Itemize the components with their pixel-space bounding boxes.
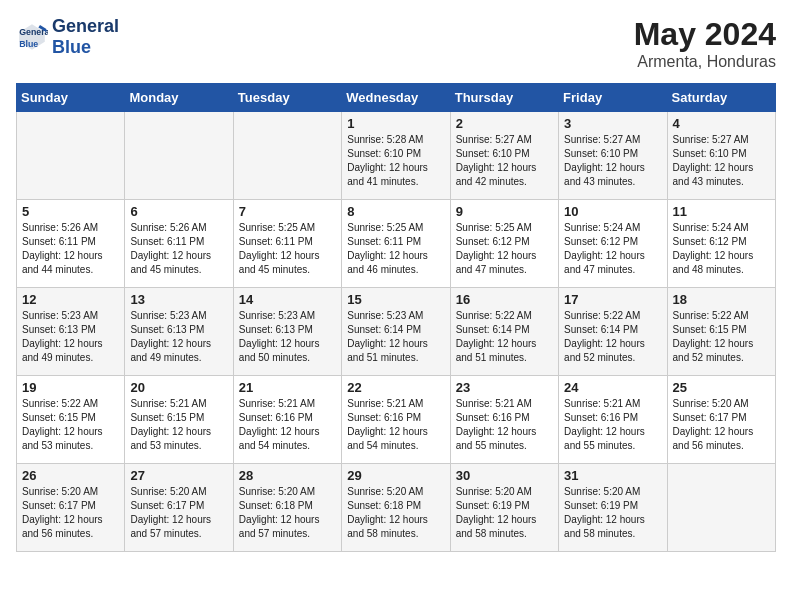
calendar-cell: 8Sunrise: 5:25 AM Sunset: 6:11 PM Daylig… — [342, 200, 450, 288]
calendar-cell: 31Sunrise: 5:20 AM Sunset: 6:19 PM Dayli… — [559, 464, 667, 552]
cell-content: Sunrise: 5:28 AM Sunset: 6:10 PM Dayligh… — [347, 133, 444, 189]
calendar-cell: 23Sunrise: 5:21 AM Sunset: 6:16 PM Dayli… — [450, 376, 558, 464]
day-number: 12 — [22, 292, 119, 307]
calendar-week-2: 5Sunrise: 5:26 AM Sunset: 6:11 PM Daylig… — [17, 200, 776, 288]
cell-content: Sunrise: 5:24 AM Sunset: 6:12 PM Dayligh… — [564, 221, 661, 277]
day-number: 3 — [564, 116, 661, 131]
page-header: General Blue General Blue May 2024 Armen… — [16, 16, 776, 71]
day-number: 10 — [564, 204, 661, 219]
day-number: 22 — [347, 380, 444, 395]
cell-content: Sunrise: 5:26 AM Sunset: 6:11 PM Dayligh… — [130, 221, 227, 277]
calendar-week-3: 12Sunrise: 5:23 AM Sunset: 6:13 PM Dayli… — [17, 288, 776, 376]
cell-content: Sunrise: 5:23 AM Sunset: 6:13 PM Dayligh… — [130, 309, 227, 365]
calendar-cell — [667, 464, 775, 552]
cell-content: Sunrise: 5:25 AM Sunset: 6:11 PM Dayligh… — [347, 221, 444, 277]
month-year-title: May 2024 — [634, 16, 776, 53]
calendar-cell: 18Sunrise: 5:22 AM Sunset: 6:15 PM Dayli… — [667, 288, 775, 376]
calendar-cell: 12Sunrise: 5:23 AM Sunset: 6:13 PM Dayli… — [17, 288, 125, 376]
weekday-header-wednesday: Wednesday — [342, 84, 450, 112]
logo-blue: Blue — [52, 37, 119, 58]
weekday-header-sunday: Sunday — [17, 84, 125, 112]
calendar-cell: 5Sunrise: 5:26 AM Sunset: 6:11 PM Daylig… — [17, 200, 125, 288]
cell-content: Sunrise: 5:20 AM Sunset: 6:17 PM Dayligh… — [22, 485, 119, 541]
cell-content: Sunrise: 5:22 AM Sunset: 6:15 PM Dayligh… — [673, 309, 770, 365]
calendar-cell: 19Sunrise: 5:22 AM Sunset: 6:15 PM Dayli… — [17, 376, 125, 464]
cell-content: Sunrise: 5:25 AM Sunset: 6:12 PM Dayligh… — [456, 221, 553, 277]
cell-content: Sunrise: 5:20 AM Sunset: 6:17 PM Dayligh… — [673, 397, 770, 453]
cell-content: Sunrise: 5:20 AM Sunset: 6:19 PM Dayligh… — [456, 485, 553, 541]
calendar-cell: 25Sunrise: 5:20 AM Sunset: 6:17 PM Dayli… — [667, 376, 775, 464]
weekday-row: SundayMondayTuesdayWednesdayThursdayFrid… — [17, 84, 776, 112]
calendar-cell — [233, 112, 341, 200]
calendar-cell: 15Sunrise: 5:23 AM Sunset: 6:14 PM Dayli… — [342, 288, 450, 376]
svg-text:Blue: Blue — [19, 38, 38, 48]
day-number: 7 — [239, 204, 336, 219]
calendar-cell: 21Sunrise: 5:21 AM Sunset: 6:16 PM Dayli… — [233, 376, 341, 464]
day-number: 26 — [22, 468, 119, 483]
day-number: 14 — [239, 292, 336, 307]
day-number: 24 — [564, 380, 661, 395]
day-number: 28 — [239, 468, 336, 483]
calendar-week-5: 26Sunrise: 5:20 AM Sunset: 6:17 PM Dayli… — [17, 464, 776, 552]
calendar-header: SundayMondayTuesdayWednesdayThursdayFrid… — [17, 84, 776, 112]
calendar-week-4: 19Sunrise: 5:22 AM Sunset: 6:15 PM Dayli… — [17, 376, 776, 464]
day-number: 15 — [347, 292, 444, 307]
day-number: 21 — [239, 380, 336, 395]
day-number: 18 — [673, 292, 770, 307]
calendar-cell: 16Sunrise: 5:22 AM Sunset: 6:14 PM Dayli… — [450, 288, 558, 376]
calendar-cell: 9Sunrise: 5:25 AM Sunset: 6:12 PM Daylig… — [450, 200, 558, 288]
day-number: 13 — [130, 292, 227, 307]
cell-content: Sunrise: 5:21 AM Sunset: 6:16 PM Dayligh… — [456, 397, 553, 453]
calendar-cell: 17Sunrise: 5:22 AM Sunset: 6:14 PM Dayli… — [559, 288, 667, 376]
day-number: 11 — [673, 204, 770, 219]
cell-content: Sunrise: 5:20 AM Sunset: 6:19 PM Dayligh… — [564, 485, 661, 541]
day-number: 9 — [456, 204, 553, 219]
calendar-cell: 22Sunrise: 5:21 AM Sunset: 6:16 PM Dayli… — [342, 376, 450, 464]
day-number: 23 — [456, 380, 553, 395]
day-number: 6 — [130, 204, 227, 219]
weekday-header-thursday: Thursday — [450, 84, 558, 112]
calendar-cell: 24Sunrise: 5:21 AM Sunset: 6:16 PM Dayli… — [559, 376, 667, 464]
cell-content: Sunrise: 5:21 AM Sunset: 6:15 PM Dayligh… — [130, 397, 227, 453]
cell-content: Sunrise: 5:20 AM Sunset: 6:18 PM Dayligh… — [347, 485, 444, 541]
day-number: 2 — [456, 116, 553, 131]
cell-content: Sunrise: 5:22 AM Sunset: 6:14 PM Dayligh… — [456, 309, 553, 365]
weekday-header-saturday: Saturday — [667, 84, 775, 112]
day-number: 1 — [347, 116, 444, 131]
logo-general: General — [52, 16, 119, 37]
day-number: 27 — [130, 468, 227, 483]
cell-content: Sunrise: 5:27 AM Sunset: 6:10 PM Dayligh… — [673, 133, 770, 189]
weekday-header-monday: Monday — [125, 84, 233, 112]
day-number: 5 — [22, 204, 119, 219]
day-number: 8 — [347, 204, 444, 219]
cell-content: Sunrise: 5:27 AM Sunset: 6:10 PM Dayligh… — [564, 133, 661, 189]
cell-content: Sunrise: 5:23 AM Sunset: 6:13 PM Dayligh… — [22, 309, 119, 365]
weekday-header-tuesday: Tuesday — [233, 84, 341, 112]
calendar-body: 1Sunrise: 5:28 AM Sunset: 6:10 PM Daylig… — [17, 112, 776, 552]
calendar-cell: 27Sunrise: 5:20 AM Sunset: 6:17 PM Dayli… — [125, 464, 233, 552]
day-number: 20 — [130, 380, 227, 395]
cell-content: Sunrise: 5:21 AM Sunset: 6:16 PM Dayligh… — [239, 397, 336, 453]
location-subtitle: Armenta, Honduras — [634, 53, 776, 71]
title-block: May 2024 Armenta, Honduras — [634, 16, 776, 71]
calendar-cell: 20Sunrise: 5:21 AM Sunset: 6:15 PM Dayli… — [125, 376, 233, 464]
calendar-cell: 13Sunrise: 5:23 AM Sunset: 6:13 PM Dayli… — [125, 288, 233, 376]
calendar-cell: 26Sunrise: 5:20 AM Sunset: 6:17 PM Dayli… — [17, 464, 125, 552]
cell-content: Sunrise: 5:20 AM Sunset: 6:18 PM Dayligh… — [239, 485, 336, 541]
calendar-cell: 30Sunrise: 5:20 AM Sunset: 6:19 PM Dayli… — [450, 464, 558, 552]
calendar-cell: 4Sunrise: 5:27 AM Sunset: 6:10 PM Daylig… — [667, 112, 775, 200]
logo: General Blue General Blue — [16, 16, 119, 57]
calendar-cell: 29Sunrise: 5:20 AM Sunset: 6:18 PM Dayli… — [342, 464, 450, 552]
calendar-cell — [17, 112, 125, 200]
calendar-cell: 11Sunrise: 5:24 AM Sunset: 6:12 PM Dayli… — [667, 200, 775, 288]
day-number: 17 — [564, 292, 661, 307]
calendar-cell: 6Sunrise: 5:26 AM Sunset: 6:11 PM Daylig… — [125, 200, 233, 288]
calendar-cell — [125, 112, 233, 200]
cell-content: Sunrise: 5:23 AM Sunset: 6:14 PM Dayligh… — [347, 309, 444, 365]
cell-content: Sunrise: 5:21 AM Sunset: 6:16 PM Dayligh… — [347, 397, 444, 453]
cell-content: Sunrise: 5:20 AM Sunset: 6:17 PM Dayligh… — [130, 485, 227, 541]
calendar-cell: 7Sunrise: 5:25 AM Sunset: 6:11 PM Daylig… — [233, 200, 341, 288]
day-number: 16 — [456, 292, 553, 307]
calendar-cell: 2Sunrise: 5:27 AM Sunset: 6:10 PM Daylig… — [450, 112, 558, 200]
weekday-header-friday: Friday — [559, 84, 667, 112]
